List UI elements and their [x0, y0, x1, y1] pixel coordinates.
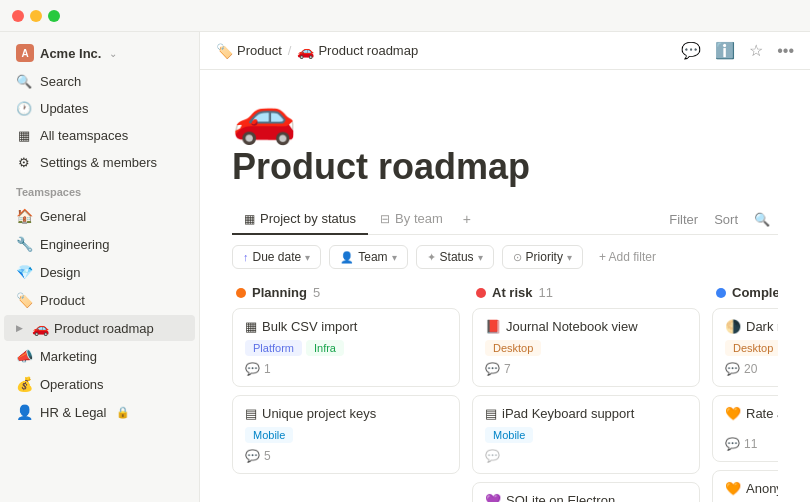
comment-icon[interactable]: 💬 — [681, 41, 701, 60]
window-close-btn[interactable] — [12, 10, 24, 22]
card-icon: ▦ — [245, 319, 257, 334]
filter-due-date[interactable]: ↑ Due date ▾ — [232, 245, 321, 269]
tag-desktop: Desktop — [485, 340, 541, 356]
nav-teamspaces[interactable]: ▦ All teamspaces — [4, 123, 195, 148]
tab-team[interactable]: ⊟ By team — [368, 204, 455, 235]
sort-action[interactable]: Sort — [706, 207, 746, 232]
card-title: ▤ Unique project keys — [245, 406, 447, 421]
sidebar-item-operations[interactable]: 💰 Operations — [4, 371, 195, 397]
card-tags: Desktop Mobile — [725, 340, 778, 356]
sidebar: A Acme Inc. ⌄ 🔍 Search 🕐 Updates ▦ All t… — [0, 32, 200, 502]
tag-mobile: Mobile — [245, 427, 293, 443]
page-area: 🚗 Product roadmap ▦ Project by status ⊟ … — [200, 70, 810, 502]
card-title: 🧡 Anonymous us… — [725, 481, 778, 496]
card-icon: ▤ — [245, 406, 257, 421]
card-title: 💜 SQLite on Electron — [485, 493, 687, 502]
tab-team-icon: ⊟ — [380, 212, 390, 226]
card-title: 🧡 Rate app prom… — [725, 406, 778, 421]
titlebar-actions: 💬 ℹ️ ☆ ••• — [681, 41, 794, 60]
filter-action[interactable]: Filter — [661, 207, 706, 232]
teamspaces-section-label: Teamspaces — [0, 176, 199, 202]
tabs-row: ▦ Project by status ⊟ By team + Filter S… — [232, 204, 778, 235]
card-title: 🌗 Dark mode sup… — [725, 319, 778, 334]
workspace-icon: A — [16, 44, 34, 62]
sidebar-item-general[interactable]: 🏠 General — [4, 203, 195, 229]
nav-search[interactable]: 🔍 Search — [4, 69, 195, 94]
filter-priority[interactable]: ⊙ Priority ▾ — [502, 245, 583, 269]
tab-add[interactable]: + — [455, 204, 479, 234]
card-rate-app[interactable]: 🧡 Rate app prom… 💬 11 — [712, 395, 778, 462]
sidebar-item-design[interactable]: 💎 Design — [4, 259, 195, 285]
workspace-name: Acme Inc. — [40, 46, 101, 61]
engineering-icon: 🔧 — [16, 236, 32, 252]
nav-settings[interactable]: ⚙ Settings & members — [4, 150, 195, 175]
page-title: Product roadmap — [232, 146, 778, 188]
tag-platform: Platform — [245, 340, 302, 356]
star-icon[interactable]: ☆ — [749, 41, 763, 60]
card-title: 📕 Journal Notebook view — [485, 319, 687, 334]
search-action[interactable]: 🔍 — [746, 207, 778, 232]
window-min-btn[interactable] — [30, 10, 42, 22]
more-icon[interactable]: ••• — [777, 42, 794, 60]
sidebar-item-hr[interactable]: 👤 HR & Legal 🔒 — [4, 399, 195, 425]
complete-dot — [716, 288, 726, 298]
card-meta: 💬 7 — [485, 362, 687, 376]
card-dark-mode[interactable]: 🌗 Dark mode sup… Desktop Mobile 💬 20 — [712, 308, 778, 387]
card-bulk-csv[interactable]: ▦ Bulk CSV import Platform Infra 💬 1 — [232, 308, 460, 387]
priority-chevron-icon: ▾ — [567, 252, 572, 263]
breadcrumb-parent[interactable]: Product — [237, 43, 282, 58]
lock-icon: 🔒 — [116, 406, 130, 419]
sidebar-item-product[interactable]: 🏷️ Product — [4, 287, 195, 313]
comment-icon: 💬 — [245, 449, 260, 463]
settings-icon: ⚙ — [16, 155, 32, 170]
card-sqlite[interactable]: 💜 SQLite on Electron — [472, 482, 700, 502]
planning-dot — [236, 288, 246, 298]
breadcrumb: 🏷️ Product / 🚗 Product roadmap — [216, 43, 418, 59]
card-journal[interactable]: 📕 Journal Notebook view Desktop 💬 7 — [472, 308, 700, 387]
page-emoji: 🚗 — [232, 90, 778, 142]
workspace-row[interactable]: A Acme Inc. ⌄ — [4, 36, 195, 68]
due-date-chevron-icon: ▾ — [305, 252, 310, 263]
filters-row: ↑ Due date ▾ 👤 Team ▾ ✦ Status ▾ ⊙ Prior… — [232, 235, 778, 277]
card-icon: ▤ — [485, 406, 497, 421]
expand-arrow: ▶ — [16, 323, 26, 333]
at-risk-count: 11 — [538, 285, 552, 300]
sidebar-item-engineering[interactable]: 🔧 Engineering — [4, 231, 195, 257]
window-max-btn[interactable] — [48, 10, 60, 22]
card-ipad-keyboard[interactable]: ▤ iPad Keyboard support Mobile 💬 — [472, 395, 700, 474]
card-tags: Desktop — [485, 340, 687, 356]
breadcrumb-current: Product roadmap — [318, 43, 418, 58]
filter-status[interactable]: ✦ Status ▾ — [416, 245, 494, 269]
card-meta: 💬 20 — [725, 362, 778, 376]
hr-icon: 👤 — [16, 404, 32, 420]
card-unique-keys[interactable]: ▤ Unique project keys Mobile 💬 5 — [232, 395, 460, 474]
comment-icon: 💬 — [725, 362, 740, 376]
card-icon: 🧡 — [725, 481, 741, 496]
breadcrumb-parent-icon: 🏷️ — [216, 43, 233, 59]
tag-infra: Infra — [306, 340, 344, 356]
sidebar-item-product-roadmap[interactable]: ▶ 🚗 Product roadmap — [4, 315, 195, 341]
tab-status[interactable]: ▦ Project by status — [232, 204, 368, 235]
col-header-at-risk: At risk 11 — [472, 281, 700, 308]
workspace-chevron: ⌄ — [109, 48, 117, 59]
comment-icon: 💬 — [485, 362, 500, 376]
roadmap-icon: 🚗 — [32, 320, 48, 336]
team-filter-icon: 👤 — [340, 251, 354, 264]
titlebar: 🏷️ Product / 🚗 Product roadmap 💬 ℹ️ ☆ ••… — [200, 32, 810, 70]
planning-count: 5 — [313, 285, 320, 300]
card-tags: Mobile — [245, 427, 447, 443]
design-icon: 💎 — [16, 264, 32, 280]
add-filter-btn[interactable]: + Add filter — [591, 246, 664, 268]
card-title: ▤ iPad Keyboard support — [485, 406, 687, 421]
tab-status-icon: ▦ — [244, 212, 255, 226]
filter-team[interactable]: 👤 Team ▾ — [329, 245, 407, 269]
info-icon[interactable]: ℹ️ — [715, 41, 735, 60]
card-anonymous[interactable]: 🧡 Anonymous us… — [712, 470, 778, 502]
card-icon: 🧡 — [725, 406, 741, 421]
nav-updates[interactable]: 🕐 Updates — [4, 96, 195, 121]
priority-filter-icon: ⊙ — [513, 251, 522, 264]
product-icon: 🏷️ — [16, 292, 32, 308]
sidebar-item-marketing[interactable]: 📣 Marketing — [4, 343, 195, 369]
comment-icon: 💬 — [245, 362, 260, 376]
col-header-complete: Complete 20 — [712, 281, 778, 308]
